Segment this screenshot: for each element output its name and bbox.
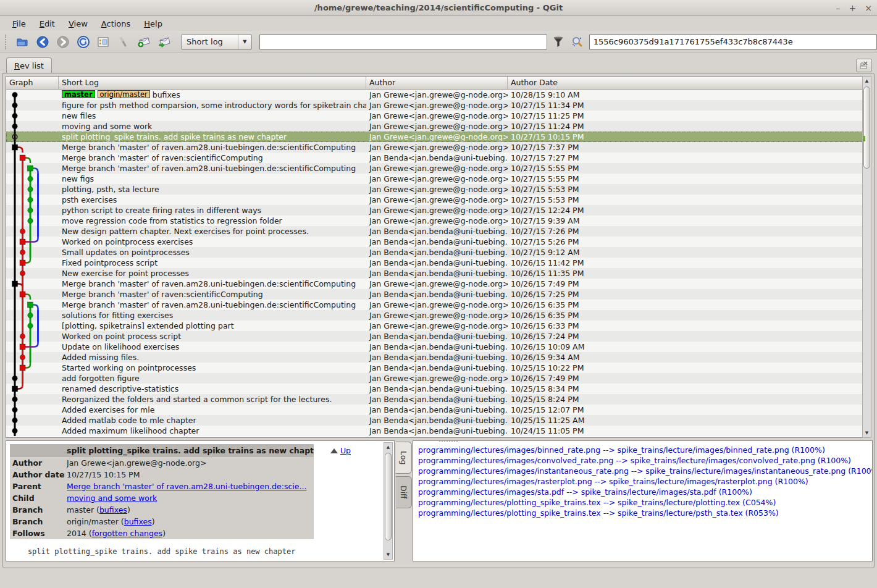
tab-diff[interactable]: Diff	[396, 476, 412, 508]
rev-row[interactable]: psth exercisesJan Grewe<jan.grewe@g-node…	[6, 195, 864, 205]
rev-row[interactable]: Added matlab code to mle chapterJan Bend…	[6, 415, 864, 426]
file-rename-entry[interactable]: programming/lectures/images/convolved_ra…	[418, 455, 872, 466]
menu-view[interactable]: View	[62, 17, 94, 30]
rev-row[interactable]: [plotting, spiketrains] extended plottin…	[6, 321, 864, 331]
rev-row[interactable]: new figsJan Grewe<jan.grewe@g-node.org>1…	[6, 174, 864, 184]
graph-cell	[6, 163, 59, 174]
rev-row[interactable]: plotting, psth, sta lectureJan Grewe<jan…	[6, 184, 864, 195]
scroll-up-arrow[interactable]: ▲	[384, 443, 392, 452]
detail-link[interactable]: forgotten changes	[92, 529, 162, 538]
short-log-cell: move regression code from statistics to …	[59, 216, 366, 226]
splitter-handle[interactable]	[439, 440, 458, 442]
scrollbar-thumb[interactable]	[385, 453, 392, 540]
detail-link[interactable]: Merge branch 'master' of raven.am28.uni-…	[67, 482, 306, 491]
save-patch-button[interactable]	[135, 33, 152, 51]
author-cell: Jan Grewe<jan.grewe@g-node.org>	[366, 121, 508, 132]
file-list-panel: programming/lectures/images/binned_rate.…	[413, 440, 873, 561]
author-cell: Jan Benda<jan.benda@uni-tuebing...	[366, 258, 508, 268]
close-tab-button[interactable]	[856, 59, 872, 72]
author-cell: Jan Grewe<jan.grewe@g-node.org>	[366, 205, 508, 216]
detail-link[interactable]: bufixes	[99, 505, 127, 514]
scrollbar-thumb[interactable]	[863, 86, 870, 169]
sha-input[interactable]	[589, 34, 877, 50]
column-header-graph[interactable]: Graph	[6, 77, 59, 89]
rev-row[interactable]: Fixed pointprocess scriptJan Benda<jan.b…	[6, 258, 864, 268]
rev-row[interactable]: Small updates on pointprocessesJan Benda…	[6, 247, 864, 258]
rev-row[interactable]: Added exercises for mleJan Benda<jan.ben…	[6, 405, 864, 415]
menu-actions[interactable]: Actions	[95, 17, 137, 30]
find-button[interactable]	[570, 34, 585, 50]
rev-row[interactable]: solutions for fitting exercisesJan Grewe…	[6, 310, 864, 321]
log-view-select[interactable]: Short log ▼	[181, 34, 252, 50]
title-bar[interactable]: /home/grewe/teaching/2014/scientificComp…	[0, 0, 877, 16]
rev-row[interactable]: Merge branch 'master' of raven.am28.uni-…	[6, 300, 864, 310]
tab-log[interactable]: Log	[396, 442, 412, 474]
rev-row[interactable]: Worked on pointprocess exercisesJan Bend…	[6, 237, 864, 247]
rev-row[interactable]: Merge branch 'master' of raven.am28.uni-…	[6, 142, 864, 153]
open-repository-button[interactable]	[14, 33, 31, 51]
detail-tabs: LogDiff	[396, 442, 413, 511]
detail-link[interactable]: moving and some work	[67, 494, 157, 503]
rev-row[interactable]: Worked on point process scriptJan Benda<…	[6, 331, 864, 342]
maximize-button[interactable]: +	[849, 0, 857, 16]
rev-row[interactable]: Added missing files.Jan Benda<jan.benda@…	[6, 352, 864, 363]
file-rename-entry[interactable]: programming/lectures/plotting_spike_trai…	[418, 497, 872, 508]
filter-input[interactable]	[259, 34, 547, 50]
rev-row[interactable]: New design pattern chapter. Next exercis…	[6, 226, 864, 237]
rev-row[interactable]: Merge branch 'master' of raven:scientifi…	[6, 153, 864, 163]
file-rename-entry[interactable]: programming/lectures/plotting_spike_trai…	[418, 508, 872, 518]
scroll-down-arrow[interactable]: ▼	[863, 429, 871, 437]
rev-row[interactable]: figure for psth method comparsion, some …	[6, 100, 864, 111]
graph-cell	[6, 142, 59, 153]
rev-row[interactable]: python script to create firing rates in …	[6, 205, 864, 216]
rev-row[interactable]: moving and some workJan Grewe<jan.grewe@…	[6, 121, 864, 132]
minimize-button[interactable]: –	[836, 0, 841, 16]
file-rename-entry[interactable]: programming/lectures/images/binned_rate.…	[418, 445, 872, 455]
detail-link[interactable]: bufixes	[124, 517, 152, 526]
author-cell: Jan Grewe<jan.grewe@g-node.org>	[366, 373, 508, 384]
up-button[interactable]: Up	[330, 446, 351, 455]
rev-row[interactable]: Reorganized the folders and started a co…	[6, 394, 864, 405]
apply-patch-button[interactable]	[156, 33, 172, 51]
tab-rev-list[interactable]: Rev list	[6, 57, 52, 74]
menu-file[interactable]: File	[6, 17, 32, 30]
rev-row[interactable]: Merge branch 'master' of raven.am28.uni-…	[6, 279, 864, 289]
close-button[interactable]: ×	[865, 0, 872, 16]
rev-row[interactable]: masterorigin/masterbufixesJan Grewe<jan.…	[6, 90, 864, 100]
menu-edit[interactable]: Edit	[33, 17, 61, 30]
rev-row[interactable]: new filesJan Grewe<jan.grewe@g-node.org>…	[6, 111, 864, 121]
detail-field-value: master (bufixes)	[67, 504, 314, 516]
scroll-up-arrow[interactable]: ▲	[863, 77, 871, 85]
rev-row[interactable]: split plotting_spike trains. add spike t…	[6, 132, 864, 142]
graph-cell	[6, 100, 59, 111]
file-rename-entry[interactable]: programming/lectures/images/instantaneou…	[418, 466, 872, 476]
rev-row[interactable]: Added maximum likelihood chapterJan Bend…	[6, 426, 864, 436]
rev-row[interactable]: renamed descriptive-statisticsJan Benda<…	[6, 384, 864, 394]
branch-tag: master	[62, 90, 95, 98]
file-rename-entry[interactable]: programming/lectures/images/rasterplot.p…	[418, 476, 872, 487]
rev-row[interactable]: Started working on pointprocessesJan Ben…	[6, 363, 864, 373]
rev-row[interactable]: move regression code from statistics to …	[6, 216, 864, 226]
menu-help[interactable]: Help	[138, 17, 169, 30]
scroll-down-arrow[interactable]: ▼	[384, 550, 392, 559]
back-button[interactable]	[35, 33, 51, 51]
reload-button[interactable]	[75, 33, 91, 51]
column-header-author-date[interactable]: Author Date	[508, 77, 864, 89]
rev-row[interactable]: Merge branch 'master' of raven.am28.uni-…	[6, 163, 864, 174]
rev-row[interactable]: Update on likelihood exercisesJan Benda<…	[6, 342, 864, 352]
rev-row[interactable]: add forgotten figureJan Grewe<jan.grewe@…	[6, 373, 864, 384]
rev-row[interactable]: New exercise for point processesJan Bend…	[6, 268, 864, 279]
forward-button[interactable]	[54, 33, 71, 51]
up-link[interactable]: Up	[340, 446, 351, 455]
column-header-author[interactable]: Author	[366, 77, 508, 89]
wand-button[interactable]	[115, 33, 132, 51]
rev-row[interactable]: Merge branch 'master' of raven:scientifi…	[6, 289, 864, 300]
toolbar-drag-handle[interactable]	[5, 35, 8, 49]
filter-highlight-button[interactable]	[551, 34, 566, 50]
rev-list-scrollbar[interactable]: ▲ ▼	[862, 76, 871, 438]
detail-scrollbar[interactable]: ▲ ▼	[384, 442, 393, 560]
file-rename-entry[interactable]: programming/lectures/images/sta.pdf --> …	[418, 487, 872, 497]
view-button[interactable]	[95, 33, 112, 51]
author-date-cell: 10/25/15 12:07 PM	[508, 405, 864, 415]
column-header-short-log[interactable]: Short Log	[59, 77, 366, 89]
